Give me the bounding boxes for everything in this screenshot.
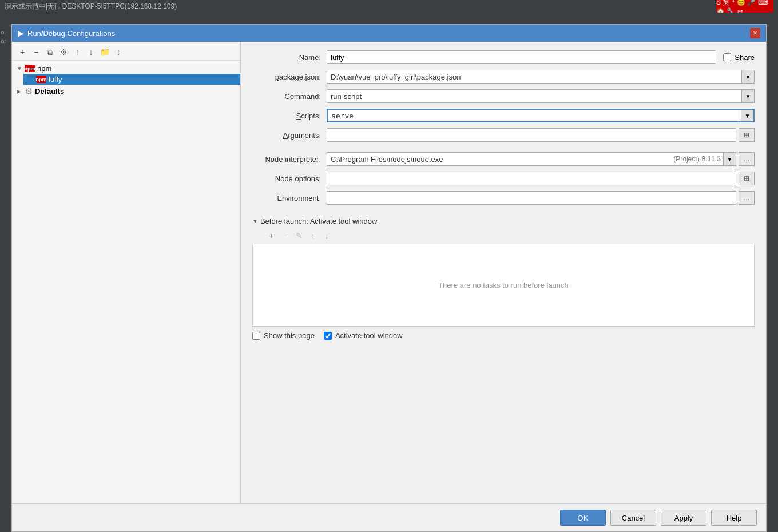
node-interpreter-dropdown: C:\Program Files\nodejs\node.exe (Projec… [327, 152, 736, 166]
package-json-label: package.json: [252, 73, 327, 81]
arguments-control: ⊞ [327, 128, 755, 142]
scripts-row: Scripts: serve ▼ [252, 108, 755, 123]
dialog-body: + − ⧉ ⚙ ↑ ↓ 📁 ↕ ▼ npm npm [12, 42, 766, 503]
dialog-footer: OK Cancel Apply Help [12, 503, 766, 531]
before-launch-add-btn[interactable]: + [266, 230, 277, 241]
package-json-value: D:\yuan\vue_pro\luffy_girl\package.json [327, 72, 741, 82]
node-options-input[interactable] [327, 172, 736, 185]
left-toolbar: + − ⧉ ⚙ ↑ ↓ 📁 ↕ [12, 44, 240, 61]
tree-item-npm[interactable]: ▼ npm npm [12, 63, 240, 74]
show-page-item: Show this page [252, 331, 315, 340]
ok-button[interactable]: OK [560, 510, 606, 526]
cancel-button[interactable]: Cancel [610, 510, 656, 526]
dialog-title-text: Run/Debug Configurations [27, 29, 115, 38]
node-interpreter-value: C:\Program Files\nodejs\node.exe [327, 154, 673, 165]
defaults-icon: ⚙ [25, 86, 33, 97]
sort-button[interactable]: ↕ [113, 46, 124, 58]
arguments-label: Arguments: [252, 131, 327, 140]
title-bar-text: 演示或示范中[无] . DESKTOP-5I5TTPC(192.168.12.1… [5, 2, 177, 11]
node-version: 8.11.3 [702, 155, 723, 163]
package-json-dropdown: D:\yuan\vue_pro\luffy_girl\package.json … [327, 70, 755, 84]
share-label: Share [735, 53, 755, 62]
scripts-dropdown-btn[interactable]: ▼ [741, 110, 753, 121]
help-button[interactable]: Help [711, 510, 757, 526]
environment-control: … [327, 191, 755, 205]
environment-label: Environment: [252, 194, 327, 203]
defaults-arrow-icon: ▶ [17, 88, 25, 94]
side-accent-r: R [1, 39, 7, 43]
remove-config-button[interactable]: − [30, 46, 42, 58]
node-options-label: Node options: [252, 174, 327, 183]
show-page-checkbox[interactable] [252, 332, 260, 340]
before-launch-toolbar: + − ✎ ↑ ↓ [252, 228, 755, 244]
package-json-control: D:\yuan\vue_pro\luffy_girl\package.json … [327, 70, 755, 84]
node-interpreter-dropdown-btn[interactable]: ▼ [723, 153, 736, 165]
move-up-button[interactable]: ↑ [72, 46, 83, 58]
tree-children-npm: npm luffy [12, 74, 240, 85]
name-input[interactable] [327, 50, 716, 64]
title-bar-right: S 英 ⁺ 😊 🎤 ⌨ 🏠 🔧 ✂ [716, 0, 773, 13]
command-value: run-script [327, 91, 741, 102]
dialog-overlay: P R ▶ Run/Debug Configurations × + − ⧉ ⚙… [0, 13, 778, 532]
side-accent-p: P [1, 31, 7, 35]
environment-row: Environment: … [252, 190, 755, 205]
right-panel: Name: Share package.json: [241, 42, 766, 503]
run-debug-dialog: ▶ Run/Debug Configurations × + − ⧉ ⚙ ↑ ↓… [11, 24, 767, 532]
arguments-browse-btn[interactable]: ⊞ [739, 128, 755, 142]
checkbox-row: Show this page Activate tool window [252, 327, 755, 344]
npm-icon: npm [25, 65, 35, 72]
spacer1 [252, 147, 755, 152]
title-bar-left: 演示或示范中[无] . DESKTOP-5I5TTPC(192.168.12.1… [5, 2, 177, 11]
node-interpreter-browse-btn[interactable]: … [739, 152, 755, 166]
environment-browse-btn[interactable]: … [739, 191, 755, 205]
scripts-dropdown: serve ▼ [327, 109, 755, 122]
luffy-label: luffy [49, 75, 62, 84]
npm-label: npm [37, 64, 51, 73]
name-control: Share [327, 50, 755, 64]
scripts-control: serve ▼ [327, 109, 755, 122]
before-launch-remove-btn[interactable]: − [280, 230, 291, 241]
before-launch-title: Before launch: Activate tool window [260, 217, 378, 225]
share-row: Share [719, 53, 755, 62]
left-panel: + − ⧉ ⚙ ↑ ↓ 📁 ↕ ▼ npm npm [12, 42, 241, 503]
before-launch-up-btn[interactable]: ↑ [307, 230, 319, 241]
node-interpreter-label: Node interpreter: [252, 155, 327, 164]
node-options-row: Node options: ⊞ [252, 171, 755, 186]
package-json-dropdown-btn[interactable]: ▼ [741, 70, 754, 83]
environment-input[interactable] [327, 191, 736, 205]
before-launch-down-btn[interactable]: ↓ [321, 230, 332, 241]
settings-config-button[interactable]: ⚙ [58, 46, 69, 58]
luffy-npm-icon: npm [36, 76, 46, 83]
command-dropdown-btn[interactable]: ▼ [741, 90, 754, 102]
folder-button[interactable]: 📁 [99, 46, 110, 58]
show-page-label: Show this page [264, 331, 315, 340]
command-dropdown: run-script ▼ [327, 89, 755, 103]
dialog-title-left: ▶ Run/Debug Configurations [18, 29, 115, 38]
title-bar: 演示或示范中[无] . DESKTOP-5I5TTPC(192.168.12.1… [0, 0, 778, 13]
node-interpreter-row: Node interpreter: C:\Program Files\nodej… [252, 152, 755, 166]
share-checkbox[interactable] [723, 53, 731, 61]
tree-item-defaults[interactable]: ▶ ⚙ Defaults [12, 85, 240, 98]
move-down-button[interactable]: ↓ [85, 46, 97, 58]
activate-tool-label: Activate tool window [335, 331, 403, 340]
node-options-browse-btn[interactable]: ⊞ [739, 172, 755, 185]
arguments-input[interactable] [327, 128, 736, 142]
before-launch-header[interactable]: ▼ Before launch: Activate tool window [252, 215, 755, 228]
add-config-button[interactable]: + [17, 46, 28, 58]
copy-config-button[interactable]: ⧉ [44, 46, 55, 58]
package-json-row: package.json: D:\yuan\vue_pro\luffy_girl… [252, 69, 755, 84]
before-launch-edit-btn[interactable]: ✎ [293, 230, 305, 241]
name-row: Name: Share [252, 50, 755, 65]
command-label: Command: [252, 92, 327, 101]
before-launch-empty-list: There are no tasks to run before launch [252, 244, 755, 327]
defaults-label: Defaults [35, 87, 64, 96]
activate-tool-checkbox[interactable] [324, 332, 332, 340]
before-launch-empty-text: There are no tasks to run before launch [438, 281, 569, 289]
dialog-close-button[interactable]: × [750, 28, 760, 38]
node-interpreter-control: C:\Program Files\nodejs\node.exe (Projec… [327, 152, 755, 166]
apply-button[interactable]: Apply [661, 510, 706, 526]
command-control: run-script ▼ [327, 89, 755, 103]
tree-item-luffy[interactable]: npm luffy [23, 74, 240, 85]
arguments-row: Arguments: ⊞ [252, 128, 755, 142]
scripts-label: Scripts: [252, 112, 327, 120]
